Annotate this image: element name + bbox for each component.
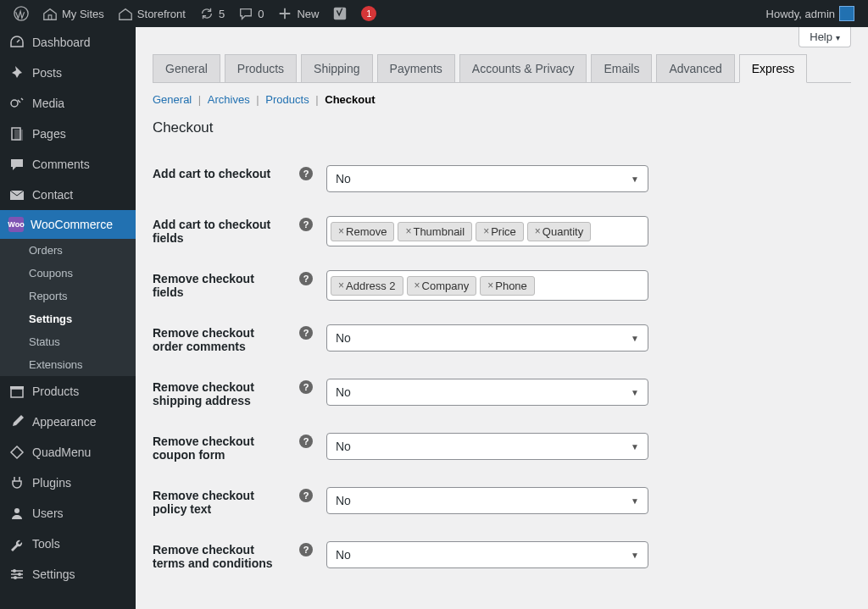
select-remove-checkout-order-comments[interactable]: No▼ bbox=[326, 324, 648, 352]
help-icon[interactable]: ? bbox=[299, 272, 313, 285]
tag-phone: ×Phone bbox=[480, 276, 535, 296]
select-remove-checkout-shipping-address[interactable]: No▼ bbox=[326, 379, 648, 406]
help-tab[interactable]: Help bbox=[798, 27, 851, 47]
sidebar-item-dashboard[interactable]: Dashboard bbox=[0, 27, 136, 58]
multiselect-add-cart-to-checkout-fields[interactable]: ×Remove×Thumbnail×Price×Quantity bbox=[326, 216, 648, 246]
submenu-item-settings[interactable]: Settings bbox=[0, 307, 136, 330]
submenu-item-reports[interactable]: Reports bbox=[0, 285, 136, 307]
sidebar-item-pages[interactable]: Pages bbox=[0, 119, 136, 149]
sidebar-item-appearance[interactable]: Appearance bbox=[0, 407, 136, 437]
wp-logo[interactable] bbox=[7, 0, 36, 27]
site-name[interactable]: Storefront bbox=[111, 0, 192, 27]
chevron-down-icon: ▼ bbox=[631, 174, 639, 184]
select-value: No bbox=[336, 440, 351, 453]
field-label: Add cart to checkout bbox=[153, 153, 292, 204]
notification-badge[interactable]: 1 bbox=[354, 0, 383, 27]
tools-icon bbox=[8, 535, 25, 552]
sidebar-item-woocommerce[interactable]: WooWooCommerce bbox=[0, 210, 136, 239]
remove-tag-icon[interactable]: × bbox=[405, 225, 411, 237]
tab-express[interactable]: Express bbox=[739, 54, 808, 83]
updates[interactable]: 5 bbox=[192, 0, 231, 27]
help-label: Help bbox=[810, 30, 832, 43]
tag-price: ×Price bbox=[476, 222, 524, 241]
archive-icon bbox=[8, 383, 25, 400]
help-icon[interactable]: ? bbox=[299, 543, 313, 556]
svg-point-11 bbox=[14, 576, 17, 579]
my-sites[interactable]: My Sites bbox=[36, 0, 111, 27]
multiselect-remove-checkout-fields[interactable]: ×Address 2×Company×Phone bbox=[326, 270, 648, 301]
tag-label: Phone bbox=[495, 280, 527, 292]
avatar bbox=[839, 6, 854, 21]
updates-count: 5 bbox=[219, 8, 225, 20]
tag-address-2: ×Address 2 bbox=[331, 276, 403, 296]
tab-advanced[interactable]: Advanced bbox=[656, 54, 734, 83]
field-label: Remove checkout terms and conditions bbox=[153, 529, 292, 584]
sidebar-item-tools[interactable]: Tools bbox=[0, 529, 136, 559]
remove-tag-icon[interactable]: × bbox=[483, 225, 489, 237]
remove-tag-icon[interactable]: × bbox=[487, 280, 493, 291]
remove-tag-icon[interactable]: × bbox=[535, 225, 541, 237]
select-remove-checkout-policy-text[interactable]: No▼ bbox=[326, 487, 648, 514]
mail-icon bbox=[8, 186, 25, 203]
chevron-down-icon: ▼ bbox=[631, 442, 639, 451]
yoast-toolbar[interactable] bbox=[326, 0, 354, 27]
sidebar-item-media[interactable]: Media bbox=[0, 88, 136, 119]
sidebar-item-label: Dashboard bbox=[32, 36, 91, 49]
dashboard-icon bbox=[8, 34, 25, 51]
sidebar-item-contact[interactable]: Contact bbox=[0, 180, 136, 210]
field-label: Remove checkout shipping address bbox=[153, 367, 292, 421]
sidebar-item-comments[interactable]: Comments bbox=[0, 149, 136, 180]
tab-payments[interactable]: Payments bbox=[377, 54, 455, 83]
tag-thumbnail: ×Thumbnail bbox=[398, 222, 472, 241]
submenu-item-extensions[interactable]: Extensions bbox=[0, 353, 136, 376]
sidebar-item-settings[interactable]: Settings bbox=[0, 559, 136, 590]
select-value: No bbox=[336, 548, 351, 562]
help-icon[interactable]: ? bbox=[299, 435, 313, 448]
tab-accounts-privacy[interactable]: Accounts & Privacy bbox=[459, 54, 587, 83]
tag-label: Company bbox=[422, 280, 470, 292]
tag-company: ×Company bbox=[407, 276, 477, 296]
help-icon[interactable]: ? bbox=[299, 380, 313, 394]
tab-products[interactable]: Products bbox=[225, 54, 297, 83]
submenu-item-coupons[interactable]: Coupons bbox=[0, 262, 136, 285]
admin-sidebar: DashboardPostsMediaPagesCommentsContactW… bbox=[0, 27, 136, 601]
select-remove-checkout-terms-and-conditions[interactable]: No▼ bbox=[326, 541, 648, 568]
sidebar-item-label: Posts bbox=[32, 66, 62, 80]
submenu-item-status[interactable]: Status bbox=[0, 330, 136, 353]
my-account[interactable]: Howdy, admin bbox=[760, 0, 861, 27]
chevron-down-icon: ▼ bbox=[631, 551, 639, 560]
help-icon[interactable]: ? bbox=[299, 167, 313, 180]
sidebar-item-products[interactable]: Products bbox=[0, 376, 136, 407]
pages-icon bbox=[8, 125, 25, 142]
new-content[interactable]: New bbox=[270, 0, 326, 27]
form-table: Add cart to checkout?No▼Add cart to chec… bbox=[153, 153, 851, 584]
comments-count: 0 bbox=[258, 8, 264, 20]
subtab-current: Checkout bbox=[325, 93, 375, 106]
sidebar-item-label: QuadMenu bbox=[32, 446, 91, 459]
help-icon[interactable]: ? bbox=[299, 489, 313, 502]
diamond-icon bbox=[8, 444, 25, 461]
comments-toolbar[interactable]: 0 bbox=[231, 0, 270, 27]
help-icon[interactable]: ? bbox=[299, 326, 313, 340]
subtab-archives[interactable]: Archives bbox=[208, 93, 250, 106]
subtab-products[interactable]: Products bbox=[265, 93, 309, 106]
sidebar-item-plugins[interactable]: Plugins bbox=[0, 468, 136, 498]
select-remove-checkout-coupon-form[interactable]: No▼ bbox=[326, 433, 648, 460]
help-icon[interactable]: ? bbox=[299, 218, 313, 231]
select-add-cart-to-checkout[interactable]: No▼ bbox=[326, 165, 648, 192]
remove-tag-icon[interactable]: × bbox=[415, 280, 420, 291]
subtab-general[interactable]: General bbox=[153, 93, 192, 106]
tab-shipping[interactable]: Shipping bbox=[301, 54, 373, 83]
sidebar-item-quadmenu[interactable]: QuadMenu bbox=[0, 437, 136, 468]
main-content: Help GeneralProductsShippingPaymentsAcco… bbox=[136, 0, 868, 601]
sidebar-item-label: Settings bbox=[32, 567, 75, 581]
notification-count: 1 bbox=[361, 6, 376, 21]
remove-tag-icon[interactable]: × bbox=[338, 225, 344, 237]
sidebar-item-users[interactable]: Users bbox=[0, 498, 136, 529]
sidebar-item-posts[interactable]: Posts bbox=[0, 58, 136, 88]
tab-general[interactable]: General bbox=[153, 54, 220, 83]
remove-tag-icon[interactable]: × bbox=[338, 280, 344, 291]
tab-emails[interactable]: Emails bbox=[591, 54, 652, 83]
submenu-item-orders[interactable]: Orders bbox=[0, 239, 136, 262]
brush-icon bbox=[8, 413, 25, 430]
